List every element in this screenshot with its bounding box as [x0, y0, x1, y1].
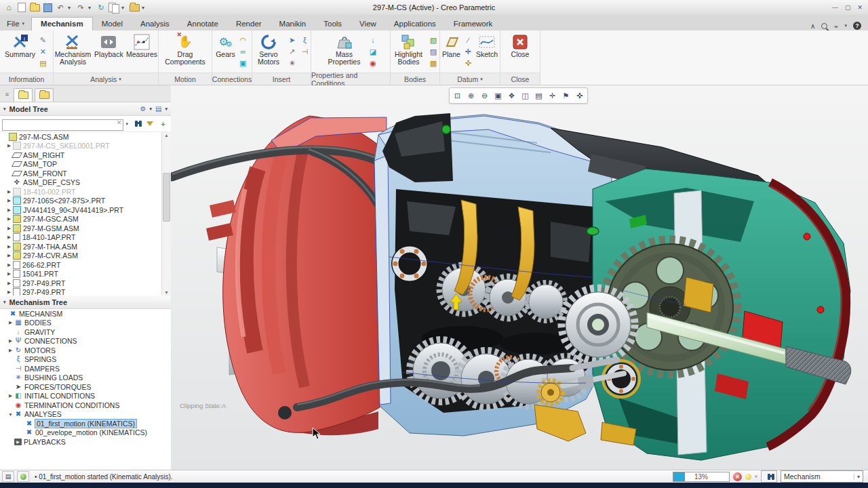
spin-center-icon[interactable]: ✜ — [573, 89, 586, 102]
redo-caret-icon[interactable]: ▾ — [88, 5, 94, 11]
viewport-3d-model[interactable] — [171, 85, 868, 470]
file-menu-button[interactable]: File ▾ — [0, 18, 31, 30]
initial-conditions-icon[interactable]: ◪ — [368, 46, 379, 57]
mass-properties-button[interactable]: Mass Properties — [323, 32, 366, 73]
mechanism-entity-icon[interactable]: ✕ — [37, 46, 49, 57]
tree-item[interactable]: ▶18-410-002.PRT — [0, 187, 171, 197]
expand-arrow-icon[interactable]: ▶ — [5, 216, 13, 222]
expand-arrow-icon[interactable]: ▶ — [5, 262, 13, 268]
tree-item[interactable]: ▶15041.PRT — [0, 270, 171, 279]
3d-contacts-icon[interactable]: ▣ — [237, 58, 249, 68]
tree-item[interactable]: ✖00_evelope_motion (KINEMATICS) — [0, 428, 171, 438]
active-filter-select[interactable]: Mechanism ▾ — [781, 470, 863, 483]
folder-browser-tab[interactable] — [35, 88, 54, 102]
drag-entity-icon[interactable]: ✎ — [37, 35, 49, 45]
tree-columns-caret-icon[interactable]: ▾ — [165, 106, 167, 112]
new-file-icon[interactable] — [16, 3, 27, 13]
expand-arrow-icon[interactable]: ▶ — [5, 289, 13, 295]
tab-applications[interactable]: Applications — [385, 18, 445, 30]
tree-item[interactable]: ξSPRINGS — [0, 355, 171, 365]
body-assign-icon[interactable]: ▨ — [428, 46, 439, 57]
expand-arrow-icon[interactable]: ▶ — [7, 393, 14, 399]
tab-analysis[interactable]: Analysis — [132, 18, 178, 30]
tree-settings-icon[interactable]: ⚙ — [140, 105, 146, 113]
expand-arrow-icon[interactable]: ▶ — [5, 244, 13, 249]
tree-item[interactable]: ✳BUSHING LOADS — [0, 373, 171, 383]
scroll-down-icon[interactable]: ▼ — [164, 290, 169, 295]
belts-icon[interactable]: ∞ — [237, 46, 249, 57]
playback-button[interactable]: Playback — [94, 32, 124, 73]
axis-icon[interactable]: ∕ — [462, 35, 474, 45]
open-file-icon[interactable] — [29, 3, 40, 13]
qat-customize-caret-icon[interactable]: ▾ — [142, 5, 147, 11]
force-torque-icon[interactable]: ↗ — [286, 46, 298, 57]
highlight-bodies-button[interactable]: Highlight Bodies — [391, 32, 427, 73]
message-log-icon[interactable]: ▤ — [2, 471, 14, 482]
close-mechanism-button[interactable]: Close — [511, 32, 530, 73]
named-views-icon[interactable]: ❖ — [505, 89, 518, 102]
tree-item[interactable]: ▶297-M-CVR.ASM — [0, 251, 171, 261]
tree-item[interactable]: ▶297-M-CS_SKEL0001.PRT — [0, 142, 171, 151]
home-icon[interactable]: ⌂ — [3, 3, 14, 13]
tree-item[interactable]: ➤FORCES/TORQUES — [0, 382, 171, 392]
minimize-button[interactable]: — — [832, 4, 838, 11]
summary-button[interactable]: i Summary — [4, 32, 36, 73]
search-options-caret-icon[interactable]: ▾ — [125, 121, 128, 127]
tree-settings-caret-icon[interactable]: ▾ — [150, 106, 153, 112]
clear-search-icon[interactable]: ✕ — [117, 119, 122, 126]
redo-icon[interactable]: ↷ — [75, 3, 86, 13]
navigator-grid-icon[interactable]: ≡ — [2, 88, 12, 100]
search-model-button[interactable] — [761, 470, 777, 483]
group-label-datum[interactable]: Datum — [457, 75, 478, 83]
tree-item[interactable]: ▶297-M-THA.ASM — [0, 242, 171, 251]
gears-button[interactable]: ⚙ ⚙ Gears — [215, 32, 236, 73]
tree-item[interactable]: ✖01_first_motion (KINEMATICS) — [0, 419, 171, 428]
regenerate-icon[interactable]: ↻ — [96, 3, 106, 13]
tab-tools[interactable]: Tools — [315, 18, 351, 30]
tree-item[interactable]: ▶▦BODIES — [0, 319, 171, 328]
help-icon[interactable]: ? — [853, 22, 861, 30]
tab-mechanism[interactable]: Mechanism — [31, 17, 93, 31]
tab-render[interactable]: Render — [227, 18, 271, 30]
report-icon[interactable]: ▤ — [37, 58, 49, 68]
window-caret-icon[interactable]: ▾ — [121, 5, 127, 11]
find-icon[interactable] — [130, 121, 142, 127]
display-style-icon[interactable]: ◫ — [519, 89, 532, 102]
zoom-in-icon[interactable]: ⊕ — [465, 89, 477, 102]
tree-item[interactable]: ▶297-M-GSM.ASM — [0, 224, 171, 233]
stop-analysis-icon[interactable]: ✕ — [733, 472, 742, 481]
scrollbar-thumb[interactable] — [163, 173, 170, 222]
datum-display-icon[interactable]: ✛ — [546, 89, 559, 102]
sketch-button[interactable]: Sketch — [475, 32, 498, 73]
model-status-icon[interactable] — [17, 471, 29, 482]
expand-arrow-icon[interactable]: ▶ — [5, 226, 13, 231]
plane-button[interactable]: Plane — [441, 32, 461, 73]
termination-conditions-icon[interactable]: ◉ — [368, 58, 379, 68]
tree-item[interactable]: ▶297-P49.PRT — [0, 288, 171, 296]
add-search-icon[interactable]: + — [157, 120, 169, 128]
tree-item[interactable]: ▶18-410-1AP.PRT — [0, 233, 171, 243]
expand-arrow-icon[interactable]: ▶ — [7, 348, 14, 353]
tree-item[interactable]: ▶◧INITIAL CONDITIONS — [0, 392, 171, 401]
collapse-ribbon-icon[interactable]: ∧ — [810, 22, 815, 30]
gravity-icon[interactable]: ↓ — [368, 35, 379, 45]
tab-view[interactable]: View — [351, 18, 385, 30]
point-icon[interactable]: ✛ — [462, 46, 474, 57]
force-motor-icon[interactable]: ➤ — [286, 35, 298, 45]
refit-icon[interactable]: ▣ — [492, 89, 505, 102]
zoom-out-icon[interactable]: ⊖ — [478, 89, 491, 102]
maximize-button[interactable]: ▢ — [845, 4, 851, 11]
tree-item[interactable]: ▶297-P49.PRT — [0, 279, 171, 288]
cams-icon[interactable]: ◠ — [237, 35, 249, 45]
tree-item[interactable]: ▼✖ANALYSES — [0, 410, 171, 420]
expand-arrow-icon[interactable]: ▶ — [5, 271, 13, 277]
expand-arrow-icon[interactable]: ▶ — [5, 198, 13, 203]
spring-icon[interactable]: ξ — [299, 35, 311, 45]
tree-item[interactable]: ◉TERMINATION CONDITIONS — [0, 401, 171, 410]
damper-icon[interactable]: ⊣ — [299, 46, 311, 57]
search-icon[interactable] — [821, 23, 827, 29]
group-label-analysis[interactable]: Analysis — [90, 75, 117, 83]
tree-item[interactable]: ASM_TOP — [0, 160, 171, 169]
body-review-icon[interactable]: ▩ — [428, 58, 439, 68]
tab-manikin[interactable]: Manikin — [271, 18, 315, 30]
